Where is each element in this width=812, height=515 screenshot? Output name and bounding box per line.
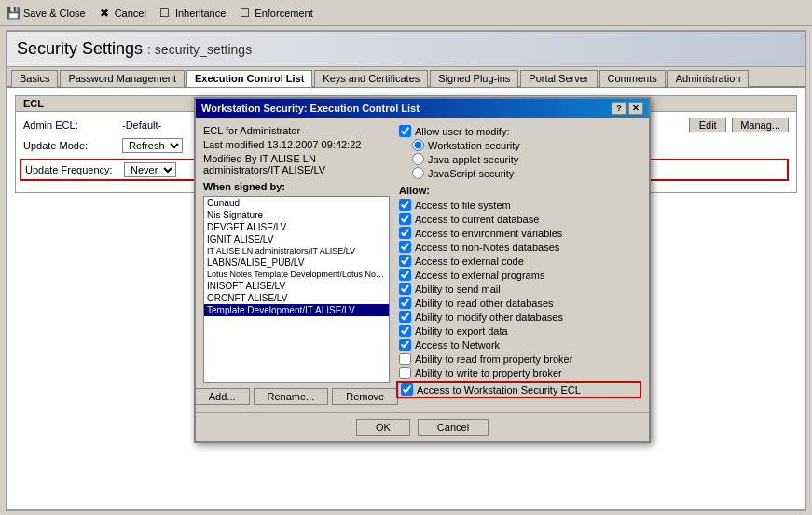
save-close-button[interactable]: 💾 Save & Close bbox=[6, 6, 86, 21]
access-current-database-checkbox[interactable] bbox=[399, 213, 411, 225]
workstation-security-radio[interactable] bbox=[412, 139, 424, 151]
access-current-database-row: Access to current database bbox=[399, 213, 641, 225]
javascript-option: JavaScript security bbox=[412, 167, 641, 179]
signed-by-item[interactable]: Lotus Notes Template Development/Lotus N… bbox=[204, 269, 389, 280]
signed-by-item[interactable]: INISOFT ALISE/LV bbox=[204, 280, 389, 292]
signed-by-item[interactable]: LABNS/ALISE_PUB/LV bbox=[204, 257, 389, 269]
modal-right-panel: Allow user to modify: Workstation securi… bbox=[399, 125, 641, 405]
workstation-security-label: Workstation security bbox=[428, 140, 520, 151]
access-environment-checkbox[interactable] bbox=[399, 227, 411, 239]
header: Security Settings : security_settings bbox=[7, 32, 805, 67]
rename-button[interactable]: Rename... bbox=[254, 388, 329, 405]
access-file-system-checkbox[interactable] bbox=[399, 199, 411, 211]
java-applet-radio[interactable] bbox=[412, 153, 424, 165]
ability-read-other-row: Ability to read other databases bbox=[399, 297, 641, 309]
tab-signed-plugins[interactable]: Signed Plug-ins bbox=[430, 70, 518, 87]
workstation-security-modal: Workstation Security: Execution Control … bbox=[194, 97, 651, 443]
ability-modify-other-checkbox[interactable] bbox=[399, 311, 411, 323]
modal-titlebar: Workstation Security: Execution Control … bbox=[196, 99, 649, 118]
modal-titlebar-buttons: ? ✕ bbox=[612, 102, 643, 115]
signed-by-item[interactable]: Cunaud bbox=[204, 197, 389, 209]
add-button[interactable]: Add... bbox=[195, 388, 250, 405]
allow-user-modify-label: Allow user to modify: bbox=[415, 126, 509, 137]
tab-portal-server[interactable]: Portal Server bbox=[520, 70, 597, 87]
ecl-for-text: ECL for Administrator bbox=[203, 125, 390, 136]
modal-body: ECL for Administrator Last modified 13.1… bbox=[196, 118, 649, 412]
cancel-button[interactable]: ✖ Cancel bbox=[97, 6, 146, 21]
modified-by-text: Modified By IT ALISE LN administrators/I… bbox=[203, 153, 390, 175]
access-external-programs-checkbox[interactable] bbox=[399, 269, 411, 281]
tab-bar: Basics Password Management Execution Con… bbox=[7, 67, 805, 88]
access-workstation-ecl-checkbox[interactable] bbox=[401, 383, 413, 396]
tab-comments[interactable]: Comments bbox=[599, 70, 666, 87]
allow-modify-options: Workstation security Java applet securit… bbox=[399, 139, 641, 179]
when-signed-by-label: When signed by: bbox=[203, 181, 390, 192]
toolbar: 💾 Save & Close ✖ Cancel ☐ Inheritance ☐ … bbox=[0, 0, 812, 26]
signed-by-list[interactable]: Cunaud Nis Signature DEVGFT ALISE/LV IGN… bbox=[203, 196, 390, 383]
signed-by-item[interactable]: IGNIT ALISE/LV bbox=[204, 233, 389, 245]
ability-send-mail-row: Ability to send mail bbox=[399, 283, 641, 295]
tab-basics[interactable]: Basics bbox=[11, 70, 58, 87]
page-title: Security Settings : security_settings bbox=[17, 39, 252, 58]
inheritance-icon: ☐ bbox=[158, 6, 172, 21]
enforcement-button[interactable]: ☐ Enforcement bbox=[237, 6, 312, 21]
modal-close-button[interactable]: ✕ bbox=[628, 102, 643, 115]
allow-modify-section: Allow user to modify: Workstation securi… bbox=[399, 125, 641, 179]
ok-button[interactable]: OK bbox=[356, 419, 410, 436]
access-external-programs-row: Access to external programs bbox=[399, 269, 641, 281]
signed-by-buttons: Add... Rename... Remove bbox=[203, 388, 390, 405]
tab-password-management[interactable]: Password Management bbox=[60, 70, 185, 87]
access-workstation-ecl-row: Access to Workstation Security ECL bbox=[396, 381, 641, 398]
remove-button[interactable]: Remove bbox=[332, 388, 398, 405]
ability-export-row: Ability to export data bbox=[399, 325, 641, 337]
ability-read-property-broker-row: Ability to read from property broker bbox=[399, 353, 641, 365]
access-environment-row: Access to environment variables bbox=[399, 227, 641, 239]
access-file-system-row: Access to file system bbox=[399, 199, 641, 211]
inheritance-button[interactable]: ☐ Inheritance bbox=[158, 6, 226, 21]
cancel-icon: ✖ bbox=[97, 6, 112, 21]
ability-modify-other-row: Ability to modify other databases bbox=[399, 311, 641, 323]
access-external-code-checkbox[interactable] bbox=[399, 255, 411, 267]
enforcement-icon: ☐ bbox=[237, 6, 252, 21]
ability-read-other-checkbox[interactable] bbox=[399, 297, 411, 309]
modal-footer: OK Cancel bbox=[196, 412, 649, 441]
workstation-security-option: Workstation security bbox=[412, 139, 641, 151]
allow-user-modify-header: Allow user to modify: bbox=[399, 125, 641, 137]
access-external-code-row: Access to external code bbox=[399, 255, 641, 267]
javascript-label: JavaScript security bbox=[428, 168, 514, 179]
modal-title: Workstation Security: Execution Control … bbox=[201, 103, 420, 114]
ability-export-checkbox[interactable] bbox=[399, 325, 411, 337]
access-network-row: Access to Network bbox=[399, 339, 641, 351]
access-non-notes-row: Access to non-Notes databases bbox=[399, 241, 641, 253]
modal-help-button[interactable]: ? bbox=[612, 102, 626, 115]
ability-write-property-broker-row: Ability to write to property broker bbox=[399, 367, 641, 379]
java-applet-label: Java applet security bbox=[428, 154, 518, 165]
signed-by-item[interactable]: ORCNFT ALISE/LV bbox=[204, 292, 389, 304]
modal-cancel-button[interactable]: Cancel bbox=[418, 419, 489, 436]
signed-by-item[interactable]: IT ALISE LN administrators/IT ALISE/LV bbox=[204, 245, 389, 257]
ability-write-property-broker-checkbox[interactable] bbox=[399, 367, 411, 379]
main-window: Security Settings : security_settings Ba… bbox=[6, 30, 806, 511]
last-modified-text: Last modified 13.12.2007 09:42:22 bbox=[203, 139, 390, 150]
save-close-icon: 💾 bbox=[6, 6, 21, 21]
tab-execution-control-list[interactable]: Execution Control List bbox=[186, 70, 312, 87]
allow-user-modify-checkbox[interactable] bbox=[399, 125, 411, 137]
signed-by-item[interactable]: DEVGFT ALISE/LV bbox=[204, 221, 389, 233]
tab-keys-certificates[interactable]: Keys and Certificates bbox=[314, 70, 428, 87]
tab-administration[interactable]: Administration bbox=[667, 70, 750, 87]
modal-overlay: Workstation Security: Execution Control … bbox=[7, 88, 805, 478]
ability-read-property-broker-checkbox[interactable] bbox=[399, 353, 411, 365]
access-network-checkbox[interactable] bbox=[399, 339, 411, 351]
javascript-radio[interactable] bbox=[412, 167, 424, 179]
access-non-notes-checkbox[interactable] bbox=[399, 241, 411, 253]
modal-left-panel: ECL for Administrator Last modified 13.1… bbox=[203, 125, 390, 405]
allow-label: Allow: bbox=[399, 185, 641, 196]
content-area: ECL Admin ECL: -Default- Edit Manag... U… bbox=[7, 88, 805, 478]
java-applet-option: Java applet security bbox=[412, 153, 641, 165]
signed-by-item-selected[interactable]: Template Development/IT ALISE/LV bbox=[204, 304, 389, 316]
signed-by-item[interactable]: Nis Signature bbox=[204, 209, 389, 221]
ability-send-mail-checkbox[interactable] bbox=[399, 283, 411, 295]
